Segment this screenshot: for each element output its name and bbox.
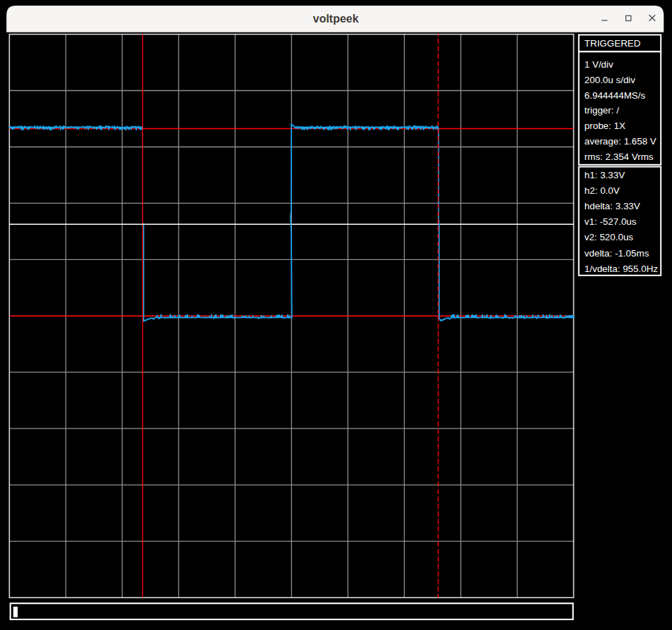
svg-text:hdelta: 3.33V: hdelta: 3.33V [585,201,640,211]
svg-text:h2: 0.0V: h2: 0.0V [585,185,620,196]
svg-text:vdelta: -1.05ms: vdelta: -1.05ms [585,248,649,259]
svg-text:TRIGGERED: TRIGGERED [585,38,641,49]
svg-text:rms: 2.354 Vrms: rms: 2.354 Vrms [585,152,654,162]
svg-text:v2: 520.0us: v2: 520.0us [585,232,634,242]
svg-text:6.944444MS/s: 6.944444MS/s [585,90,646,101]
svg-text:1/vdelta: 955.0Hz: 1/vdelta: 955.0Hz [585,264,659,274]
svg-text:trigger: /: trigger: / [585,105,619,116]
svg-text:1 V/div: 1 V/div [585,59,613,70]
svg-text:average: 1.658 V: average: 1.658 V [585,136,656,147]
svg-text:h1: 3.33V: h1: 3.33V [585,170,625,180]
svg-text:voltpeek: voltpeek [313,13,359,25]
svg-text:200.0u s/div: 200.0u s/div [585,75,636,85]
svg-text:v1: -527.0us: v1: -527.0us [585,216,637,227]
svg-text:probe: 1X: probe: 1X [585,121,625,131]
